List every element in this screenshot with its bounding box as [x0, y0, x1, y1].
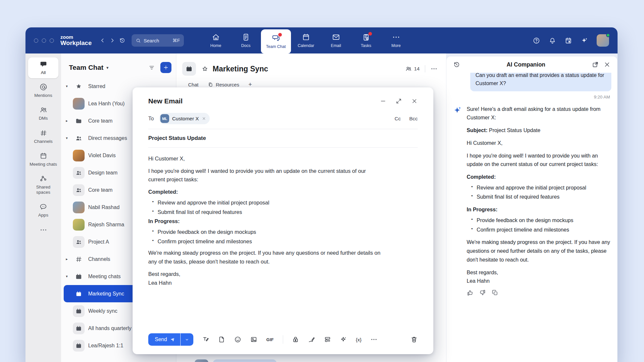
email-body-editor[interactable]: Hi Customer X, I hope you're doing well!… [148, 148, 418, 329]
nav-home[interactable]: Home [201, 27, 231, 53]
ai-subject-line: Subject: Project Status Update [467, 126, 611, 135]
rail-dms[interactable]: DMs [28, 103, 58, 124]
remove-recipient-icon[interactable] [202, 116, 206, 121]
cc-button[interactable]: Cc [394, 116, 401, 122]
ai-bullet: •Review and approve the initial project … [467, 183, 611, 192]
send-options-button[interactable] [181, 333, 193, 346]
delete-draft-icon[interactable] [411, 336, 418, 343]
more-options-icon[interactable] [370, 336, 378, 343]
ai-signoff: Best regards, [467, 268, 611, 277]
close-icon[interactable] [411, 98, 418, 104]
caret-right-icon[interactable]: ▸ [64, 119, 69, 123]
rail-more[interactable] [28, 223, 58, 237]
tab-chat[interactable]: Chat [188, 82, 199, 87]
email-icon [332, 33, 340, 41]
resources-icon [208, 82, 213, 87]
caret-right-icon[interactable]: ▸ [64, 257, 69, 261]
channel-more-icon[interactable] [430, 65, 438, 72]
emoji-icon[interactable] [234, 336, 241, 343]
back-button[interactable] [98, 36, 107, 45]
rail-channels[interactable]: Channels [28, 126, 58, 147]
rail-mentions[interactable]: Mentions [28, 80, 58, 101]
search-placeholder: Search [144, 38, 159, 43]
to-label: To [148, 116, 154, 122]
ai-companion-header: AI Companion [446, 56, 617, 73]
attach-file-icon[interactable] [218, 336, 225, 343]
open-in-window-icon[interactable] [592, 61, 599, 68]
help-icon[interactable] [533, 37, 540, 44]
ai-sparkle-icon [453, 106, 462, 114]
new-chat-button[interactable] [160, 62, 171, 73]
subject-field[interactable]: Project Status Update [148, 129, 418, 147]
rail-all[interactable]: All [28, 57, 58, 78]
rail-apps[interactable]: Apps [28, 200, 58, 221]
tab-resources[interactable]: Resources [208, 82, 239, 87]
caret-down-icon[interactable]: ▾ [64, 274, 69, 279]
rail-shared-spaces[interactable]: Shared spaces [28, 172, 58, 198]
modal-title: New Email [148, 97, 183, 105]
nav-docs[interactable]: Docs [231, 27, 261, 53]
nav-calendar[interactable]: Calendar [291, 27, 321, 53]
team-chat-icon [272, 34, 280, 42]
expand-icon[interactable] [395, 98, 402, 104]
star-favorite-icon[interactable] [201, 66, 208, 72]
group-icon [73, 167, 85, 179]
ai-companion-topbar-icon[interactable] [581, 37, 588, 44]
presence-dot [606, 33, 610, 37]
zoom-window-button[interactable] [50, 38, 54, 43]
ai-history-icon[interactable] [453, 61, 460, 68]
chat-list-title[interactable]: Team Chat [69, 64, 104, 71]
email-inprogress-heading: In Progress: [148, 217, 418, 226]
close-window-button[interactable] [34, 38, 38, 43]
thumbs-up-icon[interactable] [467, 289, 474, 296]
variables-icon[interactable]: {x} [356, 337, 362, 342]
avatar [73, 202, 85, 213]
thumbs-down-icon[interactable] [479, 289, 486, 296]
topbar: zoom Workplace Search ⌘F Home Docs Team … [25, 27, 618, 53]
filter-icon[interactable] [148, 64, 155, 71]
copy-icon[interactable] [491, 289, 498, 296]
shared-spaces-icon [40, 175, 47, 183]
notifications-icon[interactable] [549, 37, 556, 44]
image-icon[interactable] [250, 336, 257, 343]
ai-bullet: •Provide feedback on the design mockups [467, 216, 611, 225]
search-input[interactable]: Search ⌘F [132, 34, 184, 47]
tab-add-button[interactable]: + [248, 81, 252, 88]
template-icon[interactable] [324, 336, 331, 343]
to-field[interactable]: To ML Customer X Cc Bcc [148, 108, 418, 129]
nav-team-chat[interactable]: Team Chat [261, 29, 291, 53]
chevron-left-icon [99, 37, 106, 44]
send-button[interactable]: Send [148, 333, 180, 346]
forward-button[interactable] [107, 36, 117, 45]
nav-email[interactable]: Email [321, 27, 351, 53]
nav-more[interactable]: More [381, 27, 411, 53]
email-signoff: Best regards, [148, 270, 383, 279]
members-count[interactable]: 14 [405, 66, 420, 72]
caret-down-icon[interactable]: ▾ [64, 136, 69, 140]
minimize-icon[interactable] [380, 98, 386, 104]
chevron-down-icon[interactable]: ▾ [106, 65, 109, 70]
minimize-window-button[interactable] [42, 38, 46, 43]
channel-title: Marketing Sync [213, 65, 268, 73]
email-bullet: •Review and approve the initial project … [148, 198, 418, 207]
ai-companion-title: AI Companion [465, 61, 587, 68]
calendar-icon [73, 271, 85, 282]
text-format-icon[interactable] [202, 336, 209, 343]
nav-tasks[interactable]: Tasks [351, 27, 381, 53]
bcc-button[interactable]: Bcc [409, 116, 418, 122]
user-avatar[interactable] [597, 34, 609, 47]
rail-meeting-chats[interactable]: Meeting chats [28, 149, 58, 170]
left-rail: All Mentions DMs Channels Meeting chats … [25, 53, 61, 362]
recipient-chip[interactable]: ML Customer X [159, 113, 210, 124]
encrypt-icon[interactable] [292, 336, 299, 343]
schedule-icon[interactable] [565, 37, 572, 44]
signature-icon[interactable] [308, 336, 315, 343]
main-nav: Home Docs Team Chat Calendar Email Tasks [201, 27, 411, 53]
ai-compose-icon[interactable] [340, 336, 347, 343]
caret-down-icon[interactable]: ▾ [64, 84, 69, 88]
gif-icon[interactable]: GIF [266, 337, 274, 342]
message-avatar [195, 359, 208, 362]
plus-icon [163, 65, 169, 70]
close-panel-icon[interactable] [604, 61, 611, 68]
history-button[interactable] [117, 36, 127, 45]
